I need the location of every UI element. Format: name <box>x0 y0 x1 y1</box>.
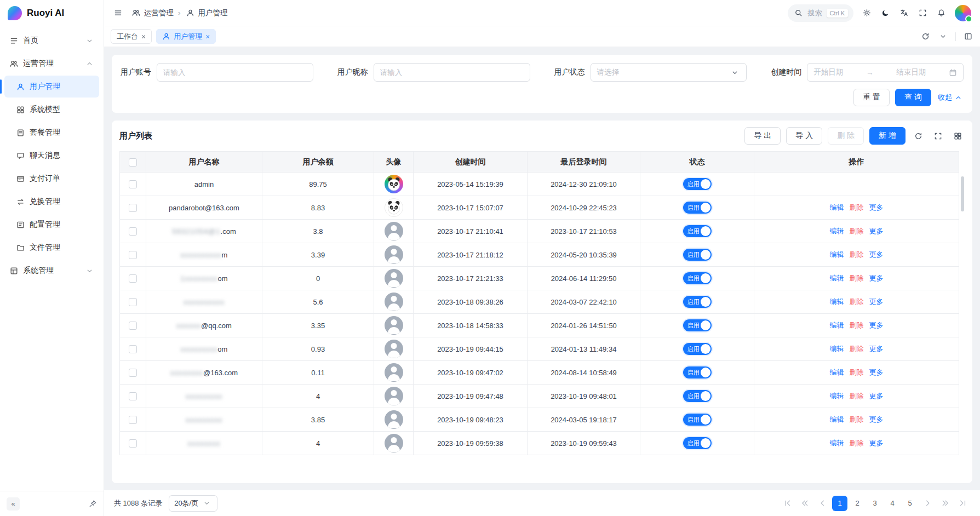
status-toggle[interactable]: 启用 <box>683 390 712 402</box>
search-input[interactable]: 搜索 Ctrl K <box>788 4 854 22</box>
collapse-filter-link[interactable]: 收起 <box>938 93 964 103</box>
reset-button[interactable]: 重 置 <box>853 89 890 106</box>
sidebar-item-system-management[interactable]: 系统管理 <box>4 260 99 282</box>
delete-link[interactable]: 删除 <box>850 415 864 423</box>
sidebar-item-package-management[interactable]: 套餐管理 <box>4 122 99 144</box>
page-size-select[interactable]: 20条/页 <box>169 495 217 512</box>
delete-link[interactable]: 删除 <box>850 203 864 211</box>
page-button-5[interactable]: 5 <box>902 496 918 511</box>
more-link[interactable]: 更多 <box>869 439 884 447</box>
translate-icon[interactable] <box>899 8 909 18</box>
status-toggle[interactable]: 启用 <box>683 319 712 331</box>
sidebar-item-operations[interactable]: 运营管理 <box>4 53 99 74</box>
delete-link[interactable]: 删除 <box>850 368 864 376</box>
first-page-button[interactable] <box>780 496 795 511</box>
row-checkbox[interactable] <box>129 180 137 188</box>
user-status-select[interactable]: 请选择 <box>591 63 747 82</box>
delete-link[interactable]: 删除 <box>850 274 864 282</box>
more-link[interactable]: 更多 <box>869 368 884 376</box>
close-icon[interactable]: × <box>205 33 210 41</box>
user-avatar[interactable] <box>955 5 971 21</box>
status-toggle[interactable]: 启用 <box>683 249 712 261</box>
brand[interactable]: Ruoyi AI <box>0 0 104 26</box>
sidebar-item-user-management[interactable]: 用户管理 <box>4 76 99 98</box>
delete-link[interactable]: 删除 <box>850 392 864 400</box>
table-scrollbar[interactable] <box>960 173 965 483</box>
prev-page-button[interactable] <box>815 496 830 511</box>
sidebar-item-chat-messages[interactable]: 聊天消息 <box>4 145 99 167</box>
page-button-1[interactable]: 1 <box>832 496 847 511</box>
refresh-tab-icon[interactable] <box>920 31 931 42</box>
more-link[interactable]: 更多 <box>869 227 884 235</box>
row-checkbox[interactable] <box>129 416 137 424</box>
pin-icon[interactable] <box>89 500 97 508</box>
next-group-button[interactable] <box>937 496 953 511</box>
edit-link[interactable]: 编辑 <box>830 297 844 306</box>
add-button[interactable]: 新 增 <box>869 127 906 145</box>
status-toggle[interactable]: 启用 <box>683 296 712 308</box>
more-link[interactable]: 更多 <box>869 415 884 423</box>
more-link[interactable]: 更多 <box>869 297 884 306</box>
row-checkbox[interactable] <box>129 322 137 330</box>
delete-link[interactable]: 删除 <box>850 227 864 235</box>
status-toggle[interactable]: 启用 <box>683 272 712 284</box>
sidebar-item-file-management[interactable]: 文件管理 <box>4 237 99 259</box>
row-checkbox[interactable] <box>129 251 137 259</box>
edit-link[interactable]: 编辑 <box>830 415 844 423</box>
edit-link[interactable]: 编辑 <box>830 227 844 235</box>
breadcrumb-operations[interactable]: 运营管理 <box>131 8 174 18</box>
tab-workbench[interactable]: 工作台× <box>111 29 152 44</box>
delete-link[interactable]: 删除 <box>850 250 864 259</box>
breadcrumb-user-management[interactable]: 用户管理 <box>185 8 228 18</box>
page-button-2[interactable]: 2 <box>850 496 865 511</box>
edit-link[interactable]: 编辑 <box>830 321 844 329</box>
sidebar-item-system-model[interactable]: 系统模型 <box>4 99 99 121</box>
select-all-checkbox[interactable] <box>129 158 137 167</box>
more-link[interactable]: 更多 <box>869 274 884 282</box>
status-toggle[interactable]: 启用 <box>683 178 712 190</box>
column-settings-icon[interactable] <box>950 129 965 143</box>
sidebar-item-exchange-management[interactable]: 兑换管理 <box>4 191 99 213</box>
refresh-list-icon[interactable] <box>911 129 925 143</box>
export-button[interactable]: 导 出 <box>744 127 781 145</box>
delete-link[interactable]: 删除 <box>850 297 864 306</box>
sidebar-item-payment-orders[interactable]: 支付订单 <box>4 168 99 190</box>
menu-toggle-icon[interactable] <box>113 8 123 18</box>
delete-link[interactable]: 删除 <box>850 345 864 353</box>
more-link[interactable]: 更多 <box>869 321 884 329</box>
edit-link[interactable]: 编辑 <box>830 439 844 447</box>
layout-panel-icon[interactable] <box>963 31 973 42</box>
query-button[interactable]: 查 询 <box>895 89 931 106</box>
delete-link[interactable]: 删除 <box>850 321 864 329</box>
more-link[interactable]: 更多 <box>869 345 884 353</box>
status-toggle[interactable]: 启用 <box>683 414 712 426</box>
status-toggle[interactable]: 启用 <box>683 202 712 214</box>
next-page-button[interactable] <box>920 496 935 511</box>
prev-group-button[interactable] <box>797 496 812 511</box>
row-checkbox[interactable] <box>129 369 137 377</box>
fullscreen-icon[interactable] <box>918 8 928 18</box>
edit-link[interactable]: 编辑 <box>830 345 844 353</box>
edit-link[interactable]: 编辑 <box>830 392 844 400</box>
dark-mode-moon-icon[interactable] <box>880 8 891 18</box>
row-checkbox[interactable] <box>129 439 137 448</box>
row-checkbox[interactable] <box>129 204 137 212</box>
edit-link[interactable]: 编辑 <box>830 203 844 211</box>
sidebar-collapse-button[interactable]: « <box>7 497 20 511</box>
nickname-input[interactable] <box>374 63 530 82</box>
tab-user-management[interactable]: 用户管理× <box>156 29 216 44</box>
settings-gear-icon[interactable] <box>862 8 872 18</box>
close-icon[interactable]: × <box>141 33 146 41</box>
status-toggle[interactable]: 启用 <box>683 225 712 237</box>
row-checkbox[interactable] <box>129 298 137 306</box>
row-checkbox[interactable] <box>129 274 137 283</box>
page-button-4[interactable]: 4 <box>885 496 900 511</box>
account-input[interactable] <box>157 63 313 82</box>
more-link[interactable]: 更多 <box>869 392 884 400</box>
status-toggle[interactable]: 启用 <box>683 366 712 379</box>
edit-link[interactable]: 编辑 <box>830 274 844 282</box>
scrollbar-thumb[interactable] <box>961 176 964 211</box>
sidebar-item-home[interactable]: 首页 <box>4 30 99 51</box>
more-link[interactable]: 更多 <box>869 250 884 259</box>
delete-link[interactable]: 删除 <box>850 439 864 447</box>
